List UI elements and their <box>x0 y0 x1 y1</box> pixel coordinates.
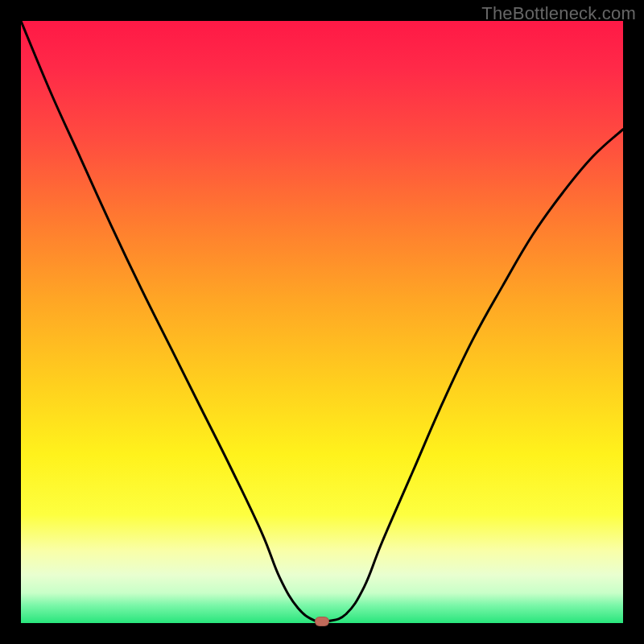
curve-svg <box>21 21 623 623</box>
chart-container: TheBottleneck.com <box>0 0 644 644</box>
curve-path <box>21 21 623 623</box>
data-marker <box>315 617 329 626</box>
plot-area <box>21 21 623 623</box>
